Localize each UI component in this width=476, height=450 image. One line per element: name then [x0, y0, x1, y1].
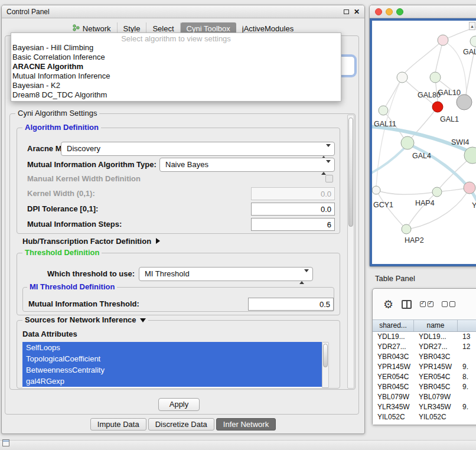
table-header-row[interactable]: shared...name	[373, 319, 476, 332]
node-label[interactable]: HAP2	[405, 236, 424, 244]
attribute-item[interactable]: SelfLoops	[22, 342, 322, 353]
table-row[interactable]: YER054CYER054C8.	[373, 372, 476, 382]
column-header[interactable]	[458, 320, 476, 331]
zoom-window-icon[interactable]	[396, 8, 403, 15]
table-cell[interactable]	[458, 392, 476, 402]
deselect-all-icon[interactable]	[442, 301, 455, 307]
manual-kernel-checkbox[interactable]	[325, 175, 333, 182]
table-cell[interactable]: YBL079W	[414, 392, 458, 402]
node-label[interactable]: Y	[472, 201, 476, 210]
columns-icon[interactable]	[402, 300, 412, 309]
float-window-icon[interactable]	[344, 9, 349, 14]
network-node[interactable]	[401, 136, 414, 149]
network-edge[interactable]	[372, 144, 408, 175]
table-cell[interactable]: YER054C	[373, 372, 414, 382]
attribute-item[interactable]: TopologicalCoefficient	[22, 353, 322, 364]
table-cell[interactable]: YER054C	[414, 372, 458, 382]
network-node[interactable]	[464, 182, 475, 194]
node-label[interactable]: GAL11	[374, 120, 396, 128]
settings-scrollbar-thumb[interactable]	[348, 118, 353, 227]
table-settings-icon[interactable]: ⚙	[383, 299, 393, 310]
sources-toggle[interactable]: Sources for Network Inference	[22, 316, 148, 324]
table-row[interactable]: YBR043CYBR043C	[373, 352, 476, 362]
network-node[interactable]	[372, 186, 380, 194]
table-cell[interactable]: YLR345W	[373, 402, 414, 412]
table-row[interactable]: YDR27...YDR27...12	[373, 342, 476, 352]
dpi-tolerance-field[interactable]	[251, 203, 335, 216]
network-node[interactable]	[379, 106, 388, 115]
table-cell[interactable]: YBR045C	[373, 382, 414, 392]
node-label[interactable]: SWI4	[451, 138, 470, 146]
network-titlebar[interactable]	[370, 5, 476, 18]
table-cell[interactable]: 9.	[458, 402, 476, 412]
table-cell[interactable]: YBR043C	[373, 352, 414, 362]
minimized-window-icon[interactable]	[2, 439, 9, 446]
node-label[interactable]: GCY1	[373, 201, 393, 209]
mi-type-combo[interactable]: Naive Bayes	[159, 158, 335, 172]
table-cell[interactable]: YDL19...	[373, 332, 414, 342]
select-all-icon[interactable]	[420, 301, 433, 307]
table-cell[interactable]	[458, 412, 476, 422]
attribute-item[interactable]: BetweennessCentrality	[22, 364, 322, 376]
close-window-icon[interactable]	[375, 8, 382, 15]
table-cell[interactable]: 8.	[458, 372, 476, 382]
column-header[interactable]: shared...	[373, 320, 414, 331]
network-edge[interactable]	[409, 192, 437, 225]
network-scroll-up-button[interactable]: ▲	[469, 22, 475, 30]
table-cell[interactable]: YBL079W	[373, 392, 414, 402]
dropdown-item[interactable]: Bayesian - K2	[11, 81, 341, 90]
column-header[interactable]: name	[414, 320, 458, 331]
control-panel-titlebar[interactable]: Control Panel ✕	[2, 5, 364, 18]
table-row[interactable]: YDL19...YDL19...13	[373, 332, 476, 342]
node-label[interactable]: GAL4	[412, 152, 431, 160]
table-cell[interactable]: YPR145W	[373, 362, 414, 372]
table-row[interactable]: YBR045CYBR045C9.	[373, 382, 476, 392]
node-label[interactable]: GAL10	[438, 89, 461, 97]
table-row[interactable]: YLR345WYLR345W9.	[373, 402, 476, 412]
dropdown-item[interactable]: ARACNE Algorithm	[11, 62, 341, 71]
table-cell[interactable]: 9.	[458, 382, 476, 392]
apply-button[interactable]: Apply	[158, 398, 200, 411]
table-cell[interactable]: YDL19...	[414, 332, 458, 342]
node-label[interactable]: HAP4	[415, 199, 435, 207]
table-cell[interactable]: 13	[458, 332, 476, 342]
network-edge[interactable]	[376, 190, 432, 194]
table-cell[interactable]: 12	[458, 342, 476, 352]
settings-scrollbar[interactable]	[347, 115, 354, 389]
dropdown-item[interactable]: Mutual Information Inference	[11, 71, 341, 81]
node-label[interactable]: GAL	[463, 48, 476, 56]
table-cell[interactable]: YDR27...	[373, 342, 414, 352]
attribute-item[interactable]: gal4RGexp	[22, 376, 322, 387]
dropdown-item[interactable]: Basic Correlation Inference	[11, 53, 341, 62]
network-canvas[interactable]: GALGAL80GAL10GAL11GAL1SWI4GAL4GCY1HAP4YH…	[372, 21, 476, 264]
table-row[interactable]: YPR145WYPR145W9.	[373, 362, 476, 372]
network-node[interactable]	[432, 102, 443, 112]
table-cell[interactable]: YBR043C	[414, 352, 458, 362]
network-node[interactable]	[438, 35, 448, 45]
network-edge[interactable]	[404, 40, 443, 74]
dropdown-item[interactable]: Bayesian - Hill Climbing	[11, 43, 341, 53]
attributes-scrollbar-thumb[interactable]	[323, 344, 328, 367]
bottom-tab-discretize-data[interactable]: Discretize Data	[148, 418, 214, 431]
dropdown-item[interactable]: Dream8 DC_TDC Algorithm	[11, 90, 341, 100]
minimize-window-icon[interactable]	[386, 8, 393, 15]
bottom-tab-infer-network[interactable]: Infer Network	[216, 418, 276, 431]
network-node[interactable]	[430, 72, 441, 83]
node-label[interactable]: GAL1	[440, 115, 459, 123]
network-node[interactable]	[397, 72, 407, 83]
table-cell[interactable]: YPR145W	[414, 362, 458, 372]
table-cell[interactable]	[458, 352, 476, 362]
network-node[interactable]	[432, 187, 442, 197]
table-cell[interactable]: YBR045C	[414, 382, 458, 392]
attributes-scrollbar[interactable]	[322, 342, 329, 388]
hub-section-toggle[interactable]: Hub/Transcription Factor Definition	[22, 236, 160, 247]
table-row[interactable]: YIL052CYIL052C	[373, 412, 476, 422]
table-cell[interactable]: 9.	[458, 362, 476, 372]
bottom-tab-impute-data[interactable]: Impute Data	[90, 418, 146, 431]
table-cell[interactable]: YLR345W	[414, 402, 458, 412]
mi-steps-field[interactable]	[251, 218, 335, 231]
data-attributes-list[interactable]: SelfLoopsTopologicalCoefficientBetweenne…	[22, 342, 322, 388]
close-icon[interactable]: ✕	[354, 9, 360, 15]
table-cell[interactable]: YIL052C	[373, 412, 414, 422]
aracne-mode-combo[interactable]: Discovery	[61, 142, 335, 156]
